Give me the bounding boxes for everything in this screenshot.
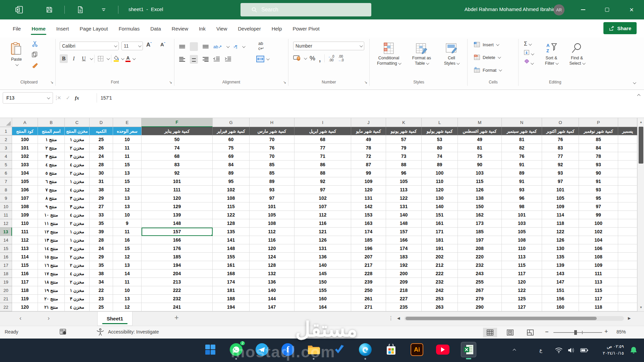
grid-cell[interactable]: 139 <box>542 261 579 269</box>
grid-cell[interactable]: 204 <box>142 269 213 278</box>
macro-record-icon[interactable] <box>60 328 67 336</box>
taskbar-chevron-up[interactable] <box>513 339 516 362</box>
grid-cell[interactable] <box>618 211 637 219</box>
grid-cell[interactable]: 91 <box>579 177 618 186</box>
grid-cell[interactable]: 88 <box>294 169 351 177</box>
column-header-K[interactable]: K <box>386 118 422 127</box>
grid-cell[interactable]: 209 <box>386 278 422 286</box>
grid-cell[interactable]: 76 <box>502 152 542 161</box>
grid-cell[interactable]: 68 <box>142 152 213 161</box>
battery-icon[interactable] <box>580 339 588 362</box>
grid-cell[interactable]: 76 <box>542 135 579 144</box>
grid-cell[interactable]: 155 <box>294 286 351 295</box>
row-header-20[interactable]: 20 <box>0 286 12 295</box>
grid-cell[interactable]: 188 <box>213 295 250 303</box>
grid-cell[interactable]: 220 <box>458 253 502 261</box>
grid-cell[interactable]: 131 <box>294 244 351 253</box>
grid-cell[interactable] <box>618 161 637 169</box>
grid-cell[interactable]: 87 <box>351 161 386 169</box>
grid-cell[interactable]: منتج ٢ <box>38 144 65 152</box>
add-sheet-button[interactable]: + <box>174 313 179 322</box>
tab-ink[interactable]: Ink <box>194 23 211 34</box>
grid-cell[interactable]: 89 <box>213 169 250 177</box>
grid-cell[interactable]: 168 <box>213 269 250 278</box>
grid-cell[interactable]: 60 <box>213 135 250 144</box>
underline-dropdown[interactable] <box>90 57 93 60</box>
grid-cell[interactable]: منتج ١٤ <box>38 244 65 253</box>
grid-cell[interactable]: 208 <box>458 244 502 253</box>
accessibility-status[interactable]: Accessibility: Investigate <box>108 329 159 335</box>
grid-cell[interactable]: 28 <box>90 236 113 244</box>
grid-cell[interactable] <box>618 253 637 261</box>
grid-cell[interactable]: 114 <box>542 211 579 219</box>
grid-cell[interactable]: 232 <box>458 261 502 269</box>
table-header-cell-partial[interactable]: يسمبر <box>618 127 637 135</box>
grid-cell[interactable]: 85 <box>579 135 618 144</box>
grid-cell[interactable]: 241 <box>142 303 213 311</box>
grid-cell[interactable]: 124 <box>250 253 294 261</box>
grid-cell[interactable]: 13 <box>113 261 142 269</box>
grid-cell[interactable]: 12 <box>113 303 142 311</box>
grid-cell[interactable]: 77 <box>294 144 351 152</box>
grid-cell[interactable]: 239 <box>351 278 386 286</box>
grid-cell[interactable]: 109 <box>12 211 38 219</box>
row-header-8[interactable]: 8 <box>0 186 12 194</box>
grid-cell[interactable]: 98 <box>502 202 542 211</box>
grid-cell[interactable]: 50 <box>142 135 213 144</box>
grid-cell[interactable]: 120 <box>351 186 386 194</box>
grid-cell[interactable]: 80 <box>422 144 458 152</box>
grid-cell[interactable]: 25 <box>90 303 113 311</box>
grid-cell[interactable]: 76 <box>250 144 294 152</box>
insert-function-icon[interactable]: fx <box>75 95 79 101</box>
rtl-direction-button[interactable]: ›¶ <box>233 44 237 49</box>
grid-cell[interactable]: 84 <box>213 161 250 169</box>
grid-cell[interactable]: 38 <box>90 269 113 278</box>
grid-cell[interactable]: 31 <box>90 177 113 186</box>
grid-cell[interactable]: 88 <box>386 161 422 169</box>
cell-styles-button[interactable]: CellStyles <box>437 40 466 66</box>
grid-cell[interactable]: 75 <box>458 152 502 161</box>
column-header-C[interactable]: C <box>65 118 90 127</box>
scroll-down-arrow[interactable]: ▼ <box>638 304 644 311</box>
row-header-4[interactable]: 4 <box>0 152 12 161</box>
grid-cell[interactable]: مخزن ١ <box>65 228 90 236</box>
vertical-scrollbar[interactable]: ▲ ▼ <box>637 118 644 311</box>
grid-cell[interactable]: 128 <box>250 261 294 269</box>
grid-cell[interactable]: 148 <box>386 219 422 228</box>
grid-cell[interactable]: 29 <box>90 194 113 202</box>
grid-cell[interactable]: 126 <box>542 236 579 244</box>
shrink-font-button[interactable]: Aˇ <box>160 42 165 47</box>
account-name[interactable]: Abdel Rahman Mohamed Ahmed Ibrahim <box>465 6 557 12</box>
font-color-button[interactable]: A <box>125 56 130 62</box>
grid-cell[interactable] <box>618 261 637 269</box>
grid-cell[interactable]: 148 <box>213 244 250 253</box>
grid-cell[interactable]: 132 <box>250 269 294 278</box>
grid-cell[interactable]: 151 <box>542 286 579 295</box>
tab-power-pivot[interactable]: Power Pivot <box>287 23 325 34</box>
fill-color-dropdown[interactable] <box>121 57 124 60</box>
row-header-17[interactable]: 17 <box>0 261 12 269</box>
grid-cell[interactable]: 13 <box>113 295 142 303</box>
grid-cell[interactable]: 120 <box>142 194 213 202</box>
format-as-table-button[interactable]: Format asTable <box>407 40 437 66</box>
row-header-10[interactable]: 10 <box>0 202 12 211</box>
grid-cell[interactable]: 114 <box>12 253 38 261</box>
grid-cell[interactable]: 145 <box>294 269 351 278</box>
grid-cell[interactable]: 108 <box>250 219 294 228</box>
grid-cell[interactable]: 174 <box>351 228 386 236</box>
row-header-1[interactable]: 1 <box>0 127 12 135</box>
grid-cell[interactable] <box>618 219 637 228</box>
grid-cell[interactable]: 118 <box>12 286 38 295</box>
font-dialog-launcher[interactable]: ↘ <box>169 80 172 84</box>
sheet-tab-sheet1[interactable]: Sheet1 <box>97 312 132 326</box>
minimize-button[interactable] <box>575 0 591 19</box>
next-sheet-arrow[interactable]: › <box>48 315 50 322</box>
grid-cell[interactable]: 71 <box>294 152 351 161</box>
row-header-5[interactable]: 5 <box>0 161 12 169</box>
grid-cell[interactable]: 130 <box>542 244 579 253</box>
grid-cell[interactable]: 110 <box>502 244 542 253</box>
grid-cell[interactable]: 74 <box>422 152 458 161</box>
grid-cell[interactable]: 122 <box>213 211 250 219</box>
table-header-cell[interactable]: كمية شهر ابريل <box>294 127 351 135</box>
grid-cell[interactable]: 139 <box>142 211 213 219</box>
